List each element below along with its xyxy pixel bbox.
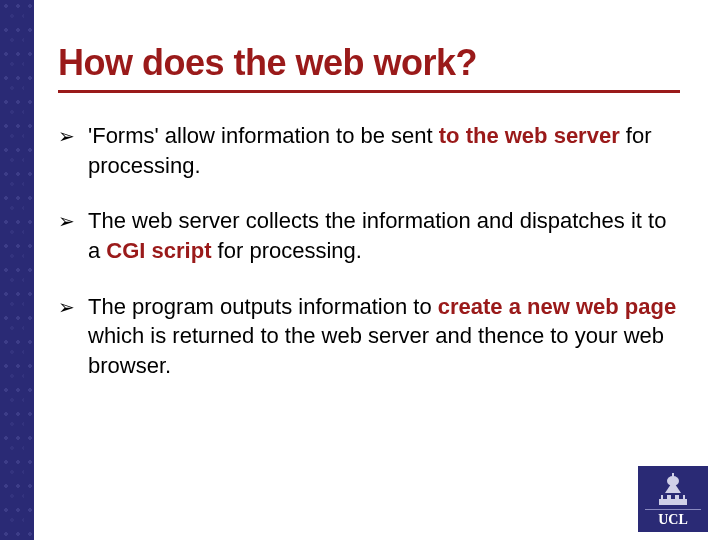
bullet-text: The web server collects the information …	[88, 208, 666, 263]
decorative-sidebar	[0, 0, 34, 540]
svg-rect-4	[679, 493, 683, 499]
svg-rect-3	[671, 493, 675, 499]
bullet-marker-icon: ➢	[58, 123, 75, 150]
slide-title: How does the web work?	[58, 42, 680, 93]
bullet-text: The program outputs information to creat…	[88, 294, 676, 378]
ucl-logo-text: UCL	[645, 509, 701, 528]
ucl-logo: UCL	[638, 466, 708, 532]
bullet-item: ➢ 'Forms' allow information to be sent t…	[58, 121, 680, 180]
sidebar-pattern	[0, 0, 34, 540]
svg-rect-2	[663, 493, 667, 499]
bullet-marker-icon: ➢	[58, 294, 75, 321]
slide-content: How does the web work? ➢ 'Forms' allow i…	[58, 42, 680, 407]
bullet-list: ➢ 'Forms' allow information to be sent t…	[58, 121, 680, 381]
bullet-text: 'Forms' allow information to be sent to …	[88, 123, 652, 178]
bullet-item: ➢ The web server collects the informatio…	[58, 206, 680, 265]
svg-rect-6	[672, 473, 674, 479]
svg-rect-0	[659, 499, 687, 505]
ucl-dome-icon	[655, 471, 691, 507]
bullet-item: ➢ The program outputs information to cre…	[58, 292, 680, 381]
bullet-marker-icon: ➢	[58, 208, 75, 235]
